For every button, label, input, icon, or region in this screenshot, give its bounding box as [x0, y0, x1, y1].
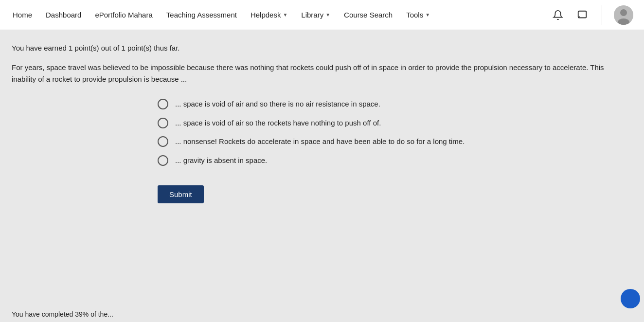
radio-option-2[interactable] [158, 118, 168, 128]
nav-eportfolio[interactable]: ePortfolio Mahara [88, 0, 159, 30]
user-avatar[interactable] [614, 5, 633, 25]
radio-option-3[interactable] [158, 136, 168, 147]
nav-course-search[interactable]: Course Search [337, 0, 399, 30]
radio-option-4[interactable] [158, 155, 168, 166]
nav-icons-area [545, 5, 638, 25]
option-1-row[interactable]: ... space is void of air and so there is… [158, 99, 621, 110]
option-1-label: ... space is void of air and so there is… [175, 99, 380, 110]
option-3-row[interactable]: ... nonsense! Rockets do accelerate in s… [158, 136, 621, 147]
svg-point-2 [620, 9, 627, 16]
library-chevron-icon: ▼ [325, 12, 330, 18]
submit-button[interactable]: Submit [158, 185, 204, 203]
progress-circle[interactable] [621, 289, 640, 308]
option-4-row[interactable]: ... gravity is absent in space. [158, 155, 621, 166]
option-2-row[interactable]: ... space is void of air so the rockets … [158, 118, 621, 129]
nav-helpdesk[interactable]: Helpdesk ▼ [244, 0, 294, 30]
chat-icon[interactable] [574, 7, 590, 23]
nav-home[interactable]: Home [6, 0, 39, 30]
nav-library[interactable]: Library ▼ [294, 0, 337, 30]
tools-chevron-icon: ▼ [425, 12, 430, 18]
option-3-label: ... nonsense! Rockets do accelerate in s… [175, 136, 465, 147]
main-content: You have earned 1 point(s) out of 1 poin… [0, 30, 632, 215]
score-text: You have earned 1 point(s) out of 1 poin… [12, 44, 621, 52]
question-text: For years, space travel was believed to … [12, 62, 621, 85]
notifications-icon[interactable] [550, 7, 566, 23]
radio-option-1[interactable] [158, 99, 168, 109]
option-4-label: ... gravity is absent in space. [175, 155, 267, 166]
nav-teaching-assessment[interactable]: Teaching Assessment [160, 0, 244, 30]
nav-dashboard[interactable]: Dashboard [39, 0, 88, 30]
options-container: ... space is void of air and so there is… [158, 99, 621, 166]
navbar: Home Dashboard ePortfolio Mahara Teachin… [0, 0, 644, 30]
bottom-progress-text: You have completed 39% of the... [0, 306, 644, 322]
nav-divider [602, 5, 602, 25]
option-2-label: ... space is void of air so the rockets … [175, 118, 381, 129]
nav-tools[interactable]: Tools ▼ [399, 0, 437, 30]
helpdesk-chevron-icon: ▼ [283, 12, 287, 18]
